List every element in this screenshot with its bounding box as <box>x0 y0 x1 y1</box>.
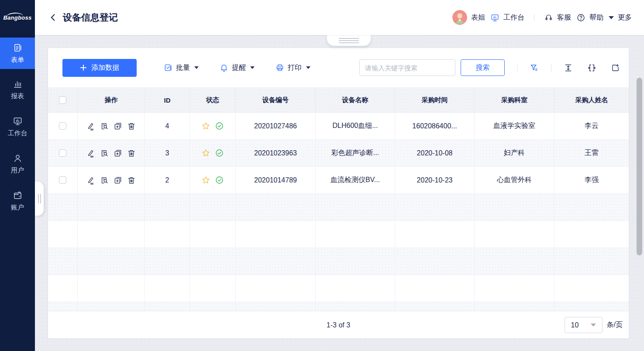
cell-department: 心血管外科 <box>475 167 554 194</box>
preview-icon[interactable] <box>100 176 109 185</box>
user-menu[interactable]: 表姐 <box>452 10 485 25</box>
remind-dropdown[interactable]: 提醒 <box>220 63 255 72</box>
monitor-icon <box>490 13 499 22</box>
column-header[interactable]: 设备编号 <box>236 87 316 113</box>
nav-help[interactable]: 帮助 <box>576 13 603 22</box>
select-all-checkbox[interactable] <box>59 96 66 104</box>
edit-icon[interactable] <box>86 149 95 158</box>
table-body: 4 20201027486 DLH600血细... 1602086400... … <box>48 113 629 311</box>
nav-more[interactable]: 更多 <box>609 13 632 22</box>
empty-row <box>48 302 629 311</box>
back-icon[interactable] <box>49 13 58 22</box>
plus-icon <box>80 64 87 71</box>
search-input[interactable] <box>359 59 455 76</box>
nav-service[interactable]: 客服 <box>544 13 571 22</box>
copy-icon[interactable] <box>114 149 122 158</box>
search-button[interactable]: 搜索 <box>461 59 505 76</box>
user-name: 表姐 <box>471 13 485 22</box>
star-icon[interactable] <box>201 148 210 158</box>
form-icon <box>13 43 23 53</box>
bar-chart-icon <box>13 79 23 89</box>
sidebar-item-workbench[interactable]: 工作台 <box>0 111 35 142</box>
sidebar-item-account[interactable]: 账户 <box>0 186 35 216</box>
sidebar-item-label: 报表 <box>11 92 24 100</box>
select-all-cell <box>48 87 78 113</box>
caret-down-icon <box>609 16 614 19</box>
sidebar-collapse-handle[interactable] <box>35 182 44 216</box>
top-nav: 表姐 工作台 客服 <box>452 0 632 35</box>
cell-department: 血液学实验室 <box>475 113 554 140</box>
edit-icon[interactable] <box>86 176 95 185</box>
column-header[interactable]: 设备名称 <box>316 87 395 113</box>
batch-dropdown[interactable]: 批量 <box>164 63 199 72</box>
column-header[interactable]: 状态 <box>190 87 236 113</box>
caret-down-icon <box>591 323 596 327</box>
nav-workbench[interactable]: 工作台 <box>490 13 524 22</box>
edit-icon[interactable] <box>86 122 95 131</box>
row-checkbox[interactable] <box>59 149 66 157</box>
export-file-icon[interactable] <box>611 63 620 72</box>
column-width-icon[interactable] <box>587 63 596 72</box>
cell-device-no: 20201014789 <box>236 167 316 194</box>
column-header[interactable]: 采购人姓名 <box>554 87 629 113</box>
page-head: 设备信息登记 <box>49 0 118 35</box>
cell-status <box>201 148 224 158</box>
row-checkbox[interactable] <box>59 122 66 130</box>
cell-device-name: DLH600血细... <box>316 113 395 140</box>
sidebar-item-label: 工作台 <box>8 129 28 138</box>
sidebar-item-label: 表单 <box>11 56 24 64</box>
delete-icon[interactable] <box>127 176 136 185</box>
checkbox-icon <box>164 63 172 72</box>
copy-icon[interactable] <box>114 176 122 185</box>
nav-divider <box>534 14 534 21</box>
empty-row <box>48 221 629 248</box>
vertical-scrollbar[interactable] <box>637 78 642 255</box>
remind-label: 提醒 <box>232 63 246 72</box>
column-header[interactable]: 采购时间 <box>395 87 475 113</box>
star-icon[interactable] <box>201 176 210 185</box>
app-root: Bangboss 设备信息登记 表姐 <box>0 0 644 351</box>
form-collapse-handle[interactable] <box>327 35 371 46</box>
row-checkbox[interactable] <box>59 176 66 184</box>
page-size-select[interactable]: 10 <box>565 317 603 333</box>
add-data-label: 添加数据 <box>91 63 119 72</box>
cell-device-no: 20201023963 <box>236 140 316 167</box>
nav-more-label: 更多 <box>618 13 632 22</box>
column-header[interactable]: ID <box>145 87 190 113</box>
sidebar-item-users[interactable]: 用户 <box>0 148 35 179</box>
delete-icon[interactable] <box>127 122 136 131</box>
sidebar-item-reports[interactable]: 报表 <box>0 74 35 105</box>
column-header[interactable]: 采购科室 <box>475 87 554 113</box>
empty-row <box>48 194 629 221</box>
cell-purchase-time: 1602086400... <box>395 113 475 140</box>
cell-id: 3 <box>145 140 190 167</box>
sidebar-item-forms[interactable]: 表单 <box>0 38 35 69</box>
batch-label: 批量 <box>176 63 190 72</box>
star-icon[interactable] <box>201 121 210 131</box>
filter-funnel-icon[interactable] <box>530 63 539 72</box>
sidebar: 表单 报表 工作台 用户 <box>0 35 35 351</box>
add-data-button[interactable]: 添加数据 <box>62 59 137 77</box>
top-bar: Bangboss 设备信息登记 表姐 <box>0 0 644 35</box>
page-title: 设备信息登记 <box>63 11 118 24</box>
column-header[interactable]: 操作 <box>78 87 145 113</box>
page-size-unit: 条/页 <box>607 320 623 330</box>
sidebar-item-label: 用户 <box>11 166 24 175</box>
copy-icon[interactable] <box>114 122 122 131</box>
delete-icon[interactable] <box>127 149 136 158</box>
preview-icon[interactable] <box>100 149 109 158</box>
row-actions <box>86 176 136 185</box>
print-dropdown[interactable]: 打印 <box>276 63 310 72</box>
cell-id: 4 <box>145 113 190 140</box>
row-height-icon[interactable] <box>564 63 573 72</box>
printer-icon <box>276 63 284 72</box>
row-actions <box>86 149 136 158</box>
preview-icon[interactable] <box>100 122 109 131</box>
print-label: 打印 <box>288 63 302 72</box>
main-panel: 添加数据 批量 提醒 <box>48 48 629 338</box>
wallet-icon <box>13 190 23 200</box>
toolbar: 添加数据 批量 提醒 <box>48 48 629 87</box>
cell-purchaser: 王雷 <box>554 140 629 167</box>
cell-device-name: 血流检测仪BV... <box>316 167 395 194</box>
table-footer: 1-3 of 3 10 条/页 <box>48 311 629 338</box>
